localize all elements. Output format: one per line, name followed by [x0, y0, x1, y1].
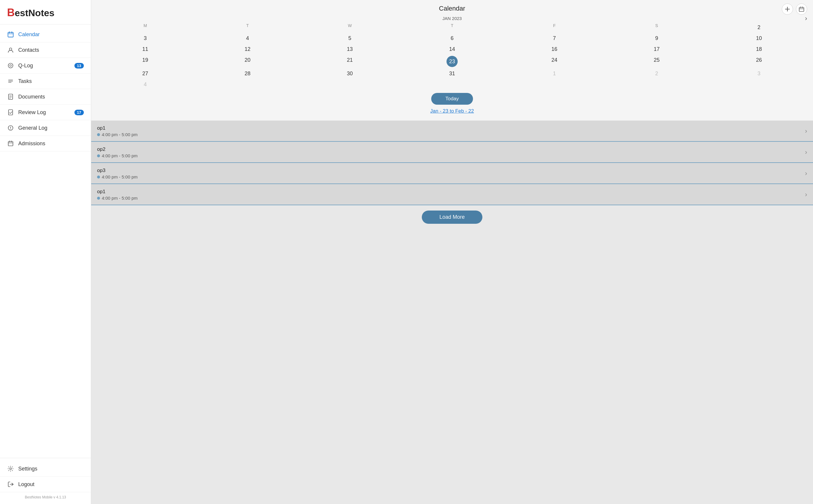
cal-day-28[interactable]: 28 — [196, 68, 299, 79]
sidebar-label-qlog: Q-Log — [18, 63, 33, 69]
sidebar-item-contacts[interactable]: Contacts — [0, 42, 91, 58]
cal-day-10[interactable]: 10 — [708, 33, 810, 44]
calendar-header: Calendar — [91, 0, 813, 15]
date-range-row: Jan - 23 to Feb - 22 — [91, 106, 813, 118]
cal-day-27[interactable]: 27 — [94, 68, 196, 79]
event-info-2: op3 4:00 pm - 5:00 pm — [97, 168, 805, 179]
calendar-title: Calendar — [91, 5, 813, 12]
header-actions — [782, 4, 807, 15]
cal-day-17[interactable]: 17 — [606, 44, 708, 55]
app-version: BestNotes Mobile v 4.1.13 — [0, 492, 91, 501]
sidebar-footer: Settings Logout BestNotes Mobile v 4.1.1… — [0, 458, 91, 504]
cal-day-feb4[interactable]: 4 — [94, 79, 196, 90]
sidebar-item-logout[interactable]: Logout — [0, 477, 91, 492]
cal-day-25[interactable]: 25 — [606, 55, 708, 68]
event-time-2: 4:00 pm - 5:00 pm — [97, 174, 805, 179]
logo: BestNotes — [7, 8, 54, 18]
dow-thu: T — [401, 22, 503, 33]
sidebar-label-reviewlog: Review Log — [18, 109, 46, 116]
event-name-2: op3 — [97, 168, 805, 173]
sidebar-label-generallog: General Log — [18, 125, 47, 131]
sidebar-item-settings[interactable]: Settings — [0, 461, 91, 477]
event-arrow-1: › — [805, 148, 807, 156]
event-info-0: op1 4:00 pm - 5:00 pm — [97, 125, 805, 137]
event-item-1[interactable]: op2 4:00 pm - 5:00 pm › — [91, 142, 813, 163]
cal-day-16[interactable]: 16 — [503, 44, 606, 55]
sidebar-nav: Calendar Contacts Q-Log 13 Tasks — [0, 24, 91, 458]
cal-day-18[interactable]: 18 — [708, 44, 810, 55]
event-time-label-0: 4:00 pm - 5:00 pm — [102, 132, 138, 137]
cal-day-feb1[interactable]: 1 — [503, 68, 606, 79]
cal-day-feb2[interactable]: 2 — [606, 68, 708, 79]
event-dot-3 — [97, 197, 100, 200]
dow-wed: W — [299, 22, 401, 33]
documents-icon — [7, 93, 14, 100]
event-item-2[interactable]: op3 4:00 pm - 5:00 pm › — [91, 163, 813, 184]
calendar-view-button[interactable] — [796, 4, 807, 15]
month-nav: JAN 2023 › — [91, 15, 813, 22]
cal-day-7[interactable]: 7 — [503, 33, 606, 44]
cal-day-9[interactable]: 9 — [606, 33, 708, 44]
cal-day-14[interactable]: 14 — [401, 44, 503, 55]
cal-day-20[interactable]: 20 — [196, 55, 299, 68]
cal-day-23-wrapper[interactable]: 23 — [401, 55, 503, 68]
event-info-1: op2 4:00 pm - 5:00 pm — [97, 146, 805, 158]
sidebar-label-settings: Settings — [18, 466, 37, 472]
event-time-1: 4:00 pm - 5:00 pm — [97, 153, 805, 158]
sidebar-item-calendar[interactable]: Calendar — [0, 27, 91, 42]
svg-point-4 — [9, 48, 12, 50]
svg-rect-18 — [8, 141, 13, 146]
dow-mon: M — [94, 22, 196, 33]
cal-day-31[interactable]: 31 — [401, 68, 503, 79]
event-name-0: op1 — [97, 125, 805, 131]
sidebar-item-tasks[interactable]: Tasks — [0, 74, 91, 89]
month-label: JAN 2023 — [97, 16, 807, 21]
contacts-icon — [7, 46, 14, 54]
logout-icon — [7, 481, 14, 488]
logo-rest: estNotes — [15, 8, 54, 18]
main-content: Calendar JAN 2023 › M T W T F S 2 3 4 — [91, 0, 813, 504]
cal-day-4[interactable]: 4 — [196, 33, 299, 44]
date-range-link[interactable]: Jan - 23 to Feb - 22 — [430, 108, 474, 114]
cal-day-19[interactable]: 19 — [94, 55, 196, 68]
generallog-icon — [7, 124, 14, 131]
logo-b: B — [7, 6, 15, 19]
cal-day-6[interactable]: 6 — [401, 33, 503, 44]
event-arrow-0: › — [805, 127, 807, 135]
sidebar-item-documents[interactable]: Documents — [0, 89, 91, 105]
sidebar-item-reviewlog[interactable]: Review Log 17 — [0, 105, 91, 120]
cal-day-24[interactable]: 24 — [503, 55, 606, 68]
svg-rect-0 — [8, 32, 13, 37]
load-more-button[interactable]: Load More — [422, 211, 482, 224]
cal-day-11[interactable]: 11 — [94, 44, 196, 55]
cal-day-5[interactable]: 5 — [299, 33, 401, 44]
sidebar-item-generallog[interactable]: General Log — [0, 120, 91, 136]
cal-day-26[interactable]: 26 — [708, 55, 810, 68]
event-time-label-1: 4:00 pm - 5:00 pm — [102, 153, 138, 158]
cal-day-30[interactable]: 30 — [299, 68, 401, 79]
admissions-icon — [7, 140, 14, 147]
add-event-button[interactable] — [782, 4, 793, 15]
cal-day-13[interactable]: 13 — [299, 44, 401, 55]
cal-day-21[interactable]: 21 — [299, 55, 401, 68]
cal-day-3[interactable]: 3 — [94, 33, 196, 44]
cal-day-23-today[interactable]: 23 — [447, 56, 458, 67]
calendar-grid: M T W T F S 2 3 4 5 6 7 9 10 11 12 13 14… — [91, 22, 813, 90]
svg-rect-10 — [9, 94, 13, 99]
reviewlog-badge: 17 — [74, 110, 84, 115]
event-item-0[interactable]: op1 4:00 pm - 5:00 pm › — [91, 121, 813, 142]
sidebar-item-admissions[interactable]: Admissions — [0, 136, 91, 151]
event-info-3: op1 4:00 pm - 5:00 pm — [97, 189, 805, 201]
cal-day-feb3[interactable]: 3 — [708, 68, 810, 79]
today-button[interactable]: Today — [431, 93, 473, 105]
calendar-icon — [7, 31, 14, 38]
sidebar-item-qlog[interactable]: Q-Log 13 — [0, 58, 91, 74]
next-month-arrow[interactable]: › — [805, 15, 807, 22]
sidebar-label-logout: Logout — [18, 481, 34, 488]
svg-point-20 — [10, 468, 11, 470]
cal-day-2[interactable]: 2 — [708, 22, 810, 33]
qlog-badge: 13 — [74, 63, 84, 69]
event-name-1: op2 — [97, 146, 805, 152]
event-item-3[interactable]: op1 4:00 pm - 5:00 pm › — [91, 184, 813, 205]
cal-day-12[interactable]: 12 — [196, 44, 299, 55]
